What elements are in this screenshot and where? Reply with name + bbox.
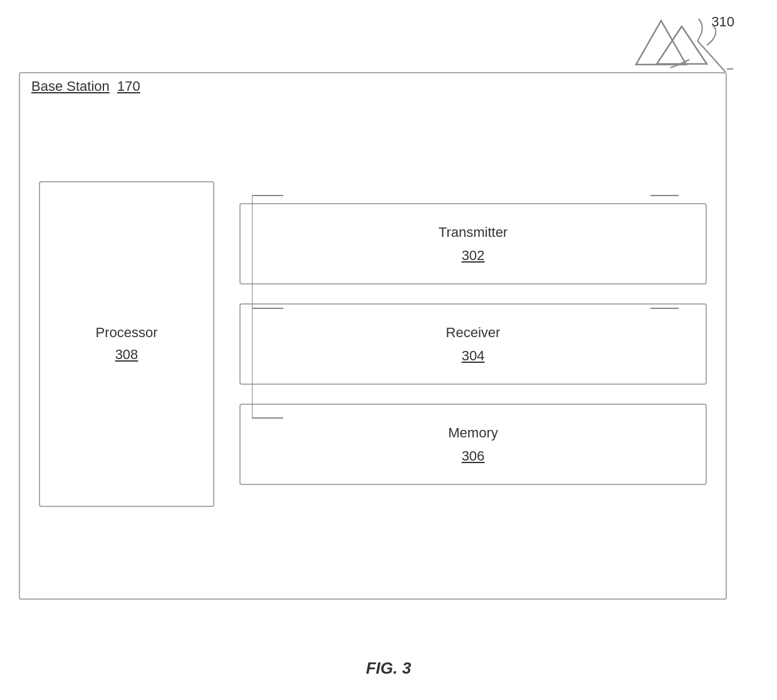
receiver-label: Receiver 304 bbox=[446, 322, 501, 366]
antenna-number-label: 310 bbox=[711, 14, 734, 30]
processor-label: Processor 308 bbox=[95, 323, 157, 365]
page: 310 Base Station 170 Processor 308 bbox=[0, 0, 777, 700]
figure-caption: FIG. 3 bbox=[366, 659, 411, 678]
base-station-box: Base Station 170 Processor 308 bbox=[19, 72, 727, 600]
transmitter-box: Transmitter 302 bbox=[239, 203, 707, 285]
base-station-label: Base Station 170 bbox=[31, 78, 140, 95]
base-station-title-text: Base Station bbox=[31, 78, 110, 94]
receiver-number: 304 bbox=[462, 345, 485, 366]
memory-box: Memory 306 bbox=[239, 404, 707, 485]
memory-label: Memory 306 bbox=[448, 422, 498, 466]
inner-layout: Processor 308 Transmitt bbox=[39, 108, 707, 580]
memory-title: Memory bbox=[448, 422, 498, 443]
processor-box: Processor 308 bbox=[39, 181, 214, 507]
memory-number: 306 bbox=[462, 446, 485, 466]
transmitter-title: Transmitter bbox=[439, 222, 508, 243]
processor-number: 308 bbox=[115, 345, 138, 365]
transmitter-label: Transmitter 302 bbox=[439, 222, 508, 266]
processor-title: Processor bbox=[95, 323, 157, 343]
right-column: Transmitter 302 Receiver 304 Memory 306 bbox=[239, 108, 707, 580]
receiver-title: Receiver bbox=[446, 322, 501, 343]
base-station-number: 170 bbox=[117, 78, 140, 94]
receiver-box: Receiver 304 bbox=[239, 303, 707, 385]
svg-marker-0 bbox=[657, 26, 707, 64]
transmitter-number: 302 bbox=[462, 245, 485, 266]
